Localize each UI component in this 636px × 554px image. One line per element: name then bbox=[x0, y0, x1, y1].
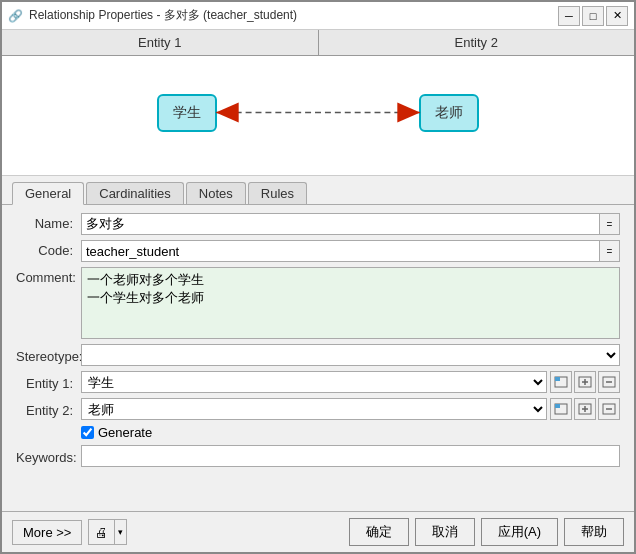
print-dropdown-arrow[interactable]: ▾ bbox=[115, 520, 126, 544]
stereotype-select[interactable] bbox=[81, 344, 620, 366]
name-field-wrapper: = bbox=[81, 213, 620, 235]
keywords-input[interactable] bbox=[81, 445, 620, 467]
svg-rect-9 bbox=[555, 404, 560, 408]
window-icon: 🔗 bbox=[8, 9, 23, 23]
code-row: Code: = bbox=[16, 240, 620, 262]
generate-label[interactable]: Generate bbox=[98, 425, 152, 440]
entity1-btns bbox=[550, 371, 620, 393]
cancel-button[interactable]: 取消 bbox=[415, 518, 475, 546]
diagram-svg bbox=[2, 56, 634, 175]
code-field-wrapper: = bbox=[81, 240, 620, 262]
tab-notes[interactable]: Notes bbox=[186, 182, 246, 204]
print-button[interactable]: 🖨 ▾ bbox=[88, 519, 127, 545]
code-input[interactable] bbox=[81, 240, 600, 262]
entity2-btns bbox=[550, 398, 620, 420]
entity1-btn1[interactable] bbox=[550, 371, 572, 393]
name-label: Name: bbox=[16, 213, 81, 231]
stereotype-row: Stereotype: bbox=[16, 344, 620, 366]
entity-tabs: Entity 1 Entity 2 bbox=[2, 30, 634, 56]
apply-button[interactable]: 应用(A) bbox=[481, 518, 558, 546]
entity-label-teacher: 老师 bbox=[435, 104, 463, 122]
help-button[interactable]: 帮助 bbox=[564, 518, 624, 546]
entity2-btn1[interactable] bbox=[550, 398, 572, 420]
comment-row: Comment: 一个老师对多个学生 一个学生对多个老师 bbox=[16, 267, 620, 339]
entity1-btn3[interactable] bbox=[598, 371, 620, 393]
title-buttons: ─ □ ✕ bbox=[558, 6, 628, 26]
entity2-btn2[interactable] bbox=[574, 398, 596, 420]
print-icon: 🖨 bbox=[89, 520, 115, 544]
entity-tab-1[interactable]: Entity 1 bbox=[2, 30, 319, 55]
entity-box-student: 学生 bbox=[157, 94, 217, 132]
stereotype-label: Stereotype: bbox=[16, 346, 81, 364]
entity2-btn3[interactable] bbox=[598, 398, 620, 420]
generate-row: Generate bbox=[16, 425, 620, 440]
minimize-button[interactable]: ─ bbox=[558, 6, 580, 26]
entity1-select[interactable]: 学生 bbox=[81, 371, 547, 393]
entity2-row: Entity 2: 老师 bbox=[16, 398, 620, 420]
arrow-left bbox=[216, 103, 239, 123]
tab-rules[interactable]: Rules bbox=[248, 182, 307, 204]
title-bar: 🔗 Relationship Properties - 多对多 (teacher… bbox=[2, 2, 634, 30]
code-ellipsis-btn[interactable]: = bbox=[600, 240, 620, 262]
name-row: Name: = bbox=[16, 213, 620, 235]
name-input[interactable] bbox=[81, 213, 600, 235]
title-left: 🔗 Relationship Properties - 多对多 (teacher… bbox=[8, 7, 297, 24]
name-ellipsis-btn[interactable]: = bbox=[600, 213, 620, 235]
entity-label-student: 学生 bbox=[173, 104, 201, 122]
tab-general[interactable]: General bbox=[12, 182, 84, 205]
comment-label: Comment: bbox=[16, 267, 81, 285]
entity1-label: Entity 1: bbox=[16, 373, 81, 391]
entity-box-teacher: 老师 bbox=[419, 94, 479, 132]
maximize-button[interactable]: □ bbox=[582, 6, 604, 26]
keywords-label: Keywords: bbox=[16, 447, 81, 465]
svg-rect-2 bbox=[555, 377, 560, 381]
window-title: Relationship Properties - 多对多 (teacher_s… bbox=[29, 7, 297, 24]
tabs-row: General Cardinalities Notes Rules bbox=[2, 176, 634, 205]
diagram-area: 学生 老师 bbox=[2, 56, 634, 176]
code-label: Code: bbox=[16, 240, 81, 258]
entity1-row: Entity 1: 学生 bbox=[16, 371, 620, 393]
entity1-btn2[interactable] bbox=[574, 371, 596, 393]
generate-checkbox[interactable] bbox=[81, 426, 94, 439]
form-area: Name: = Code: = Comment: 一个老师对多个学生 一个学生对… bbox=[2, 205, 634, 511]
entity-tab-2[interactable]: Entity 2 bbox=[319, 30, 635, 55]
tab-cardinalities[interactable]: Cardinalities bbox=[86, 182, 184, 204]
entity2-select[interactable]: 老师 bbox=[81, 398, 547, 420]
comment-textarea[interactable]: 一个老师对多个学生 一个学生对多个老师 bbox=[81, 267, 620, 339]
arrow-right bbox=[397, 103, 420, 123]
entity2-label: Entity 2: bbox=[16, 400, 81, 418]
close-button[interactable]: ✕ bbox=[606, 6, 628, 26]
main-window: 🔗 Relationship Properties - 多对多 (teacher… bbox=[0, 0, 636, 554]
confirm-button[interactable]: 确定 bbox=[349, 518, 409, 546]
bottom-bar: More >> 🖨 ▾ 确定 取消 应用(A) 帮助 bbox=[2, 511, 634, 552]
keywords-row: Keywords: bbox=[16, 445, 620, 467]
more-button[interactable]: More >> bbox=[12, 520, 82, 545]
